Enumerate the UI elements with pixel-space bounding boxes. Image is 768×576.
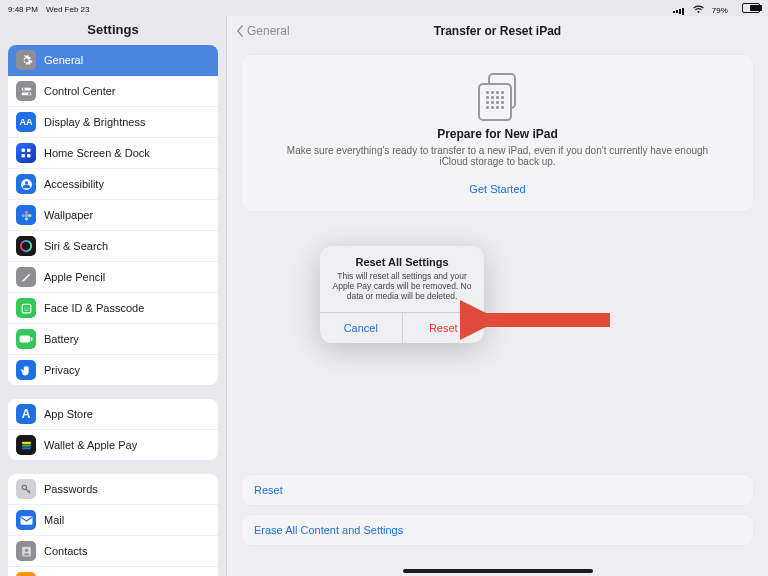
annotation-arrow (460, 300, 620, 350)
cancel-button[interactable]: Cancel (320, 313, 403, 343)
alert-title: Reset All Settings (332, 256, 472, 268)
alert-overlay: Reset All Settings This will reset all s… (0, 0, 768, 576)
alert-body: This will reset all settings and your Ap… (332, 271, 472, 302)
